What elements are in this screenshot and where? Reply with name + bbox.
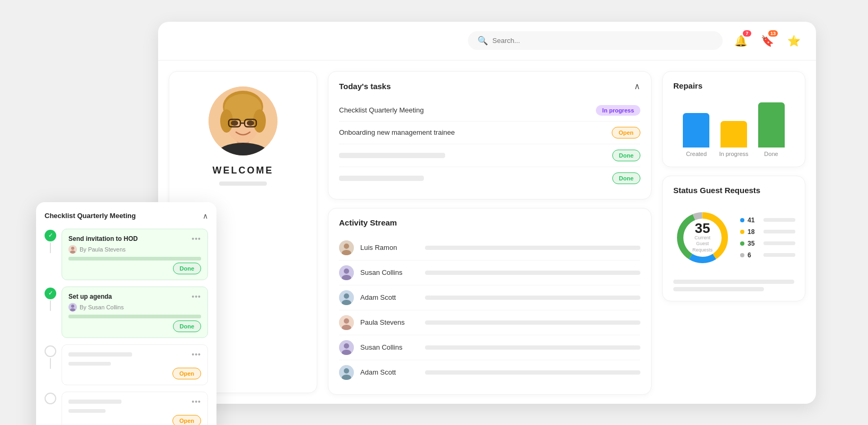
connector-line: [50, 300, 51, 311]
task-status-badge: Open: [172, 368, 201, 379]
task-placeholder: [339, 176, 424, 181]
check-circle-1: ✓: [45, 230, 56, 241]
bar-chart: Created In progress Done: [673, 99, 794, 157]
legend-bar: [763, 230, 795, 233]
bottom-bar: [673, 287, 764, 291]
status-badge: Open: [612, 127, 640, 138]
task-card-status: Open: [68, 415, 201, 426]
task-item[interactable]: Done: [339, 144, 640, 167]
svg-point-40: [71, 305, 74, 308]
check-circle-2: ✓: [45, 288, 56, 299]
task-placeholder: [339, 153, 445, 158]
task-card-by: By Paula Stevens: [68, 245, 201, 254]
activity-item[interactable]: Susan Collins: [339, 335, 640, 360]
activity-avatar: [339, 290, 354, 305]
task-card-status: Open: [68, 368, 201, 379]
card-body: WELCOME Today's tasks ∧ Checklist Quarte…: [158, 60, 816, 404]
middle-panel: Today's tasks ∧ Checklist Quarterly Meet…: [328, 71, 652, 393]
activity-item[interactable]: Paula Stevens: [339, 310, 640, 335]
task-card-header: •••: [68, 397, 201, 406]
status-badge: Done: [612, 150, 641, 161]
tasks-card: Today's tasks ∧ Checklist Quarterly Meet…: [328, 71, 652, 200]
legend-bar: [763, 253, 795, 257]
task-item[interactable]: Onboarding new management trainee Open: [339, 122, 640, 144]
task-item[interactable]: Done: [339, 167, 640, 189]
svg-point-10: [231, 120, 238, 126]
legend-value: 35: [748, 240, 760, 247]
svg-point-41: [70, 308, 75, 311]
svg-point-17: [344, 268, 349, 274]
checklist-card: Checklist Quarterly Meeting ∧ ✓ Send inv…: [36, 202, 216, 426]
bell-button[interactable]: 🔔 7: [731, 31, 750, 50]
task-menu-button[interactable]: •••: [192, 292, 201, 301]
bottom-bars: [673, 280, 794, 291]
checklist-item: ••• Open: [45, 344, 208, 385]
svg-point-38: [70, 250, 75, 254]
donut-chart: 35 CurrentGuest Requests: [673, 209, 732, 267]
activity-item[interactable]: Adam Scott: [339, 360, 640, 385]
task-item[interactable]: Checklist Quarterly Meeting In progress: [339, 100, 640, 122]
legend-dot-yellow: [740, 230, 744, 234]
search-bar[interactable]: 🔍: [468, 31, 723, 50]
connector-line: [50, 358, 51, 369]
status-badge: Done: [612, 172, 641, 184]
task-name: Checklist Quarterly Meeting: [339, 106, 596, 114]
donut-number: 35: [688, 221, 717, 235]
legend-dot-gray: [740, 253, 744, 257]
checklist-collapse-button[interactable]: ∧: [203, 212, 208, 220]
bar-created: Created: [683, 113, 709, 157]
activity-name: Adam Scott: [360, 368, 419, 376]
legend-item: 18: [740, 228, 795, 236]
activity-item[interactable]: Susan Collins: [339, 261, 640, 285]
bookmark-button[interactable]: 🔖 13: [758, 31, 777, 50]
task-card-header: Send invitation to HOD •••: [68, 235, 201, 243]
main-card: 🔍 🔔 7 🔖 13 ⭐: [158, 22, 816, 404]
avatar: [209, 86, 277, 155]
task-card-open[interactable]: ••• Open: [62, 344, 208, 385]
task-card[interactable]: Send invitation to HOD ••• By Paula Stev…: [62, 229, 208, 280]
star-button[interactable]: ⭐: [784, 31, 803, 50]
task-card-open[interactable]: ••• Open: [62, 392, 208, 426]
activity-avatar: [339, 315, 354, 330]
activity-bar: [425, 320, 640, 325]
bar-done: Done: [758, 102, 785, 157]
profile-svg: [209, 86, 277, 155]
welcome-text: WELCOME: [213, 165, 274, 176]
assignee-avatar: [68, 245, 77, 254]
bar-inprogress-label: In progress: [719, 151, 748, 157]
task-bar-2: [68, 315, 201, 318]
task-card-status: Done: [68, 320, 201, 332]
search-input[interactable]: [492, 37, 713, 45]
bottom-bar: [673, 280, 794, 284]
activity-name: Adam Scott: [360, 293, 419, 301]
task-menu-button[interactable]: •••: [192, 397, 201, 406]
activity-bar: [425, 246, 640, 250]
svg-point-11: [247, 120, 254, 126]
activity-item[interactable]: Adam Scott: [339, 285, 640, 310]
guest-requests-card: Status Guest Requests: [662, 176, 805, 301]
activity-bar: [425, 271, 640, 275]
assignee-avatar: [68, 303, 77, 311]
activity-avatar: [339, 340, 354, 355]
svg-point-5: [220, 109, 233, 133]
task-bar-1: [68, 257, 201, 261]
bar-inprogress: In progress: [719, 121, 748, 157]
task-card[interactable]: Set up agenda ••• By Susan Collins Done: [62, 287, 208, 338]
activity-avatar: [339, 365, 354, 380]
tasks-collapse-button[interactable]: ∧: [634, 81, 640, 91]
activity-item[interactable]: Luis Ramon: [339, 236, 640, 261]
repairs-title: Repairs: [673, 81, 702, 90]
task-status-badge: Done: [173, 263, 202, 274]
donut-label: CurrentGuest Requests: [688, 235, 717, 254]
task-bar-placeholder: [68, 362, 111, 366]
bookmark-badge: 13: [768, 30, 778, 37]
legend-dot-green: [740, 241, 744, 246]
task-menu-button[interactable]: •••: [192, 235, 201, 243]
activity-name: Luis Ramon: [360, 244, 419, 251]
task-menu-button[interactable]: •••: [192, 350, 201, 359]
task-card-title: Send invitation to HOD: [68, 235, 138, 242]
task-bar-placeholder: [68, 409, 106, 413]
check-circle-empty-2: [45, 393, 56, 404]
activity-card: Activity Stream Luis Ramon: [328, 208, 652, 395]
activity-title: Activity Stream: [339, 218, 397, 227]
